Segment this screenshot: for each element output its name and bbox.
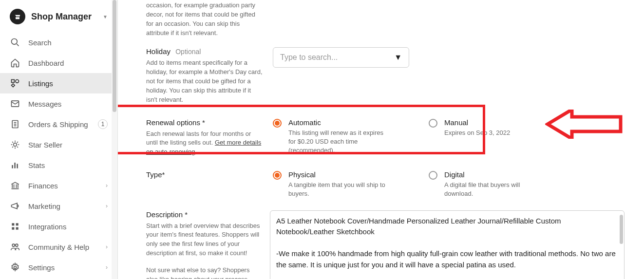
radio-label: Manual xyxy=(444,118,510,127)
sidebar-item-label: Search xyxy=(28,38,52,47)
sidebar-item-stats[interactable]: Stats xyxy=(0,155,117,175)
radio-sublabel: Expires on Sep 3, 2022 xyxy=(444,129,510,137)
renewal-title: Renewal options * xyxy=(146,118,263,127)
chevron-right-icon: › xyxy=(106,243,108,250)
description-value: A5 Leather Notebook Cover/Handmade Perso… xyxy=(276,216,618,279)
holiday-title-text: Holiday xyxy=(146,47,170,56)
optional-label: Optional xyxy=(175,48,201,56)
home-icon xyxy=(10,58,20,68)
occasion-help: occasion, for example graduation party d… xyxy=(146,1,263,37)
svg-rect-2 xyxy=(12,80,15,83)
svg-rect-12 xyxy=(17,164,18,168)
svg-line-1 xyxy=(17,44,19,46)
sidebar-header[interactable]: Shop Manager ▼ xyxy=(0,0,117,32)
arrow-annotation-icon xyxy=(545,110,623,139)
envelope-icon xyxy=(10,99,20,109)
sidebar-item-label: Stats xyxy=(28,161,45,169)
sidebar-scrollbar-thumb[interactable] xyxy=(113,0,116,112)
sidebar-item-community[interactable]: Community & Help › xyxy=(0,237,117,257)
type-field: Type* Physical A tangible item that you … xyxy=(146,170,625,198)
description-field: Description * Start with a brief overvie… xyxy=(146,210,625,279)
gear-icon xyxy=(10,262,20,272)
radio-label: Automatic xyxy=(288,118,390,127)
type-radio-group: Physical A tangible item that you will s… xyxy=(273,170,625,198)
description-title: Description * xyxy=(146,210,260,219)
description-help-2: Not sure what else to say? Shoppers also… xyxy=(146,266,260,279)
sidebar-item-orders[interactable]: Orders & Shipping 1 xyxy=(0,114,117,134)
sidebar-item-star-seller[interactable]: Star Seller xyxy=(0,134,117,155)
description-textarea[interactable]: A5 Leather Notebook Cover/Handmade Perso… xyxy=(270,210,625,279)
sidebar-item-label: Orders & Shipping xyxy=(28,120,88,129)
svg-point-19 xyxy=(14,266,17,269)
shop-manager-title: Shop Manager xyxy=(31,12,95,22)
radio-sublabel: A tangible item that you will ship to bu… xyxy=(288,181,390,198)
svg-point-0 xyxy=(12,39,18,45)
megaphone-icon xyxy=(10,201,20,211)
sidebar-item-label: Star Seller xyxy=(28,141,62,149)
sidebar-item-settings[interactable]: Settings › xyxy=(0,257,117,278)
sidebar-item-messages[interactable]: Messages xyxy=(0,93,117,114)
renewal-help: Each renewal lasts for four months or un… xyxy=(146,130,263,157)
renewal-option-manual[interactable]: Manual Expires on Sep 3, 2022 xyxy=(429,118,546,155)
sidebar-item-label: Settings xyxy=(28,263,55,272)
occasion-field: occasion, for example graduation party d… xyxy=(146,0,625,37)
main-content: occasion, for example graduation party d… xyxy=(118,0,644,279)
sidebar-item-label: Listings xyxy=(28,79,53,88)
type-option-digital[interactable]: Digital A digital file that buyers will … xyxy=(429,170,546,198)
radio-selected-icon xyxy=(273,171,282,180)
sidebar-item-dashboard[interactable]: Dashboard xyxy=(0,53,117,73)
sidebar-item-label: Community & Help xyxy=(28,243,89,251)
sidebar: Shop Manager ▼ Search Dashboard Listings… xyxy=(0,0,118,279)
people-icon xyxy=(10,242,20,252)
sidebar-item-label: Dashboard xyxy=(28,59,64,67)
chevron-down-icon: ▼ xyxy=(103,14,108,19)
svg-rect-16 xyxy=(16,227,19,230)
svg-point-17 xyxy=(12,244,15,246)
svg-point-9 xyxy=(14,143,17,147)
caret-down-icon: ▼ xyxy=(394,53,402,62)
svg-rect-11 xyxy=(14,163,16,168)
grid-icon xyxy=(10,78,20,88)
search-icon xyxy=(10,37,20,47)
sidebar-item-label: Integrations xyxy=(28,223,66,231)
holiday-select[interactable]: Type to search... ▼ xyxy=(273,47,409,68)
radio-unselected-icon xyxy=(429,171,437,180)
radio-label: Digital xyxy=(444,170,546,179)
shop-logo-icon xyxy=(10,9,25,24)
holiday-title: Holiday Optional xyxy=(146,47,263,56)
holiday-field: Holiday Optional Add to items meant spec… xyxy=(146,47,625,104)
app-root: Shop Manager ▼ Search Dashboard Listings… xyxy=(0,0,644,279)
radio-unselected-icon xyxy=(429,119,437,128)
orders-badge: 1 xyxy=(98,119,108,129)
radio-sublabel: This listing will renew as it expires fo… xyxy=(288,129,390,155)
chevron-right-icon: › xyxy=(106,182,108,189)
squares-icon xyxy=(10,222,20,231)
textarea-scrollbar-thumb[interactable] xyxy=(620,215,623,244)
svg-rect-10 xyxy=(12,165,13,168)
sidebar-scrollbar-track xyxy=(112,0,117,279)
radio-label: Physical xyxy=(288,170,390,179)
sidebar-item-label: Marketing xyxy=(28,202,60,210)
renewal-option-automatic[interactable]: Automatic This listing will renew as it … xyxy=(273,118,390,155)
bank-icon xyxy=(10,181,20,190)
bars-icon xyxy=(10,160,20,170)
sidebar-item-finances[interactable]: Finances › xyxy=(0,175,117,196)
chevron-right-icon: › xyxy=(106,264,108,271)
holiday-help: Add to items meant specifically for a ho… xyxy=(146,58,263,104)
svg-point-3 xyxy=(16,80,19,83)
clipboard-icon xyxy=(10,119,20,129)
star-icon xyxy=(10,140,20,149)
sidebar-item-listings[interactable]: Listings xyxy=(0,73,117,93)
svg-rect-13 xyxy=(12,223,14,225)
sidebar-item-marketing[interactable]: Marketing › xyxy=(0,196,117,216)
chevron-right-icon: › xyxy=(106,203,108,209)
description-help-1: Start with a brief overview that describ… xyxy=(146,222,260,258)
sidebar-item-search[interactable]: Search xyxy=(0,32,117,53)
svg-rect-15 xyxy=(12,227,14,230)
svg-point-18 xyxy=(16,244,18,246)
type-option-physical[interactable]: Physical A tangible item that you will s… xyxy=(273,170,390,198)
svg-rect-14 xyxy=(16,223,19,225)
radio-sublabel: A digital file that buyers will download… xyxy=(444,181,546,198)
holiday-placeholder: Type to search... xyxy=(280,53,338,62)
sidebar-item-integrations[interactable]: Integrations xyxy=(0,216,117,237)
